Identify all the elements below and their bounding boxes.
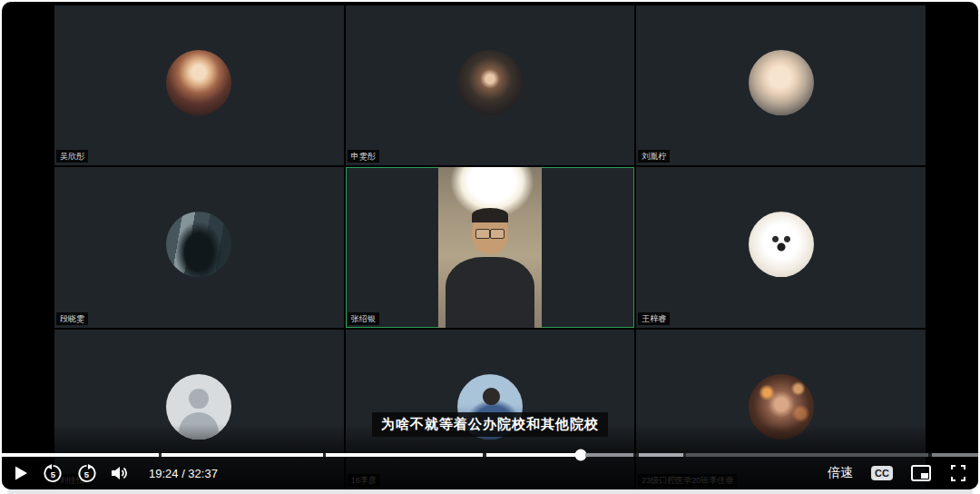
participant-tile: 吴欣彤 [54, 5, 344, 165]
participant-avatar [749, 212, 814, 278]
picture-in-picture-button[interactable] [911, 465, 931, 481]
participant-tile: 王梓睿 [636, 167, 926, 327]
participant-tile: 申雯彤 [346, 5, 635, 165]
svg-text:5: 5 [84, 469, 90, 479]
participant-name-label: 段晓雯 [56, 312, 88, 325]
participant-avatar [166, 50, 231, 115]
playback-speed-button[interactable]: 倍速 [828, 465, 853, 481]
rewind-5s-button[interactable]: 5 [44, 464, 63, 483]
participant-tile-active-speaker: 张绍银 [346, 167, 635, 327]
video-player[interactable]: 吴欣彤 申雯彤 刘胤柠 段晓雯 张绍银 王梓睿 [2, 2, 978, 489]
participant-avatar [166, 212, 231, 278]
svg-text:5: 5 [51, 469, 56, 479]
speaker-torso [446, 257, 534, 328]
participant-tile: 段晓雯 [54, 167, 344, 327]
participant-name-label: 刘胤柠 [638, 150, 670, 163]
volume-button[interactable] [111, 465, 129, 481]
forward-5s-icon: 5 [77, 464, 96, 483]
forward-5s-button[interactable]: 5 [77, 464, 96, 483]
play-button[interactable] [13, 465, 29, 481]
speaker-camera-video [438, 167, 542, 327]
participant-name-label: 吴欣彤 [56, 150, 88, 163]
cc-subtitles-button[interactable]: CC [871, 466, 893, 480]
page-bottom-edge [7, 489, 973, 494]
subtitle-caption: 为啥不就等着公办院校和其他院校 [372, 412, 608, 437]
participant-name-label: 申雯彤 [348, 150, 379, 163]
speaker-glasses [475, 229, 505, 237]
volume-icon [111, 465, 129, 481]
participant-name-label: 张绍银 [348, 312, 379, 325]
time-display: 19:24 / 32:37 [149, 467, 218, 480]
participant-tile: 刘胤柠 [636, 5, 926, 165]
fullscreen-button[interactable] [949, 464, 967, 482]
play-icon [13, 465, 29, 481]
control-bar: 5 5 19:24 / 32:37 倍速 [2, 457, 978, 489]
speaker-face [472, 211, 508, 254]
rewind-5s-icon: 5 [44, 464, 63, 483]
speaker-hair [472, 208, 508, 222]
picture-in-picture-icon [911, 465, 931, 481]
participant-avatar [749, 50, 814, 115]
participant-name-label: 王梓睿 [638, 312, 670, 325]
cc-icon: CC [871, 466, 893, 480]
participant-avatar [457, 50, 523, 115]
fullscreen-icon [949, 464, 967, 482]
